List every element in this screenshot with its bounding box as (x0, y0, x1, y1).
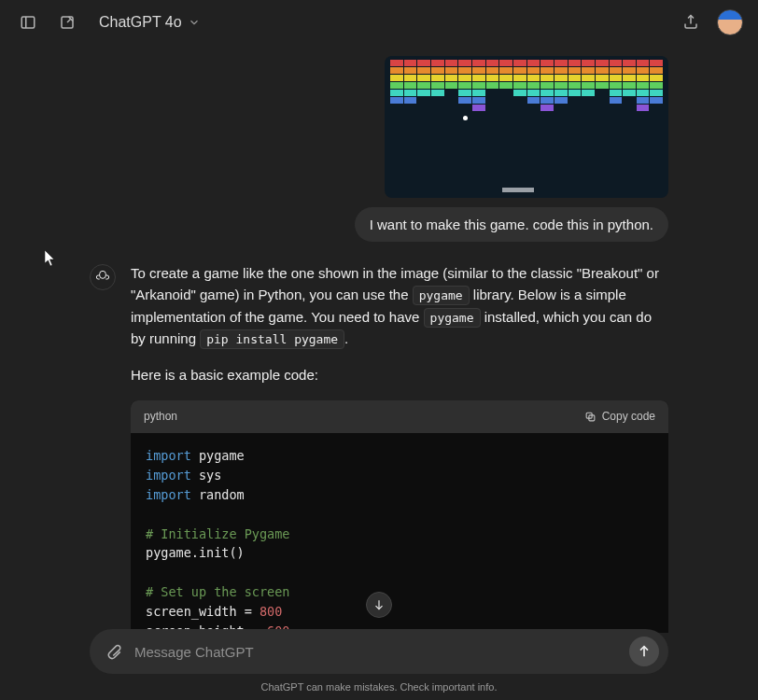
avatar[interactable] (717, 9, 743, 35)
copy-code-button[interactable]: Copy code (584, 408, 655, 426)
share-icon[interactable] (678, 9, 704, 35)
user-text: I want to make this game. code this in p… (370, 217, 653, 232)
arrow-down-icon (372, 598, 386, 611)
attach-icon[interactable] (103, 640, 125, 663)
send-button[interactable] (629, 637, 659, 666)
chevron-down-icon (188, 16, 201, 29)
assistant-message: To create a game like the one shown in t… (90, 262, 668, 633)
new-chat-icon[interactable] (54, 9, 80, 35)
model-name-label: ChatGPT 4o (99, 14, 182, 31)
scroll-to-bottom-button[interactable] (366, 592, 392, 618)
arrow-up-icon (637, 644, 652, 659)
assistant-para-2: Here is a basic example code: (131, 364, 668, 385)
message-input[interactable] (134, 644, 620, 660)
composer (90, 629, 668, 674)
inline-code: pygame (424, 308, 481, 328)
assistant-avatar-icon (90, 264, 116, 290)
model-selector[interactable]: ChatGPT 4o (93, 10, 206, 35)
game-paddle (502, 188, 534, 192)
code-block: python Copy code import pygame import sy… (131, 400, 668, 633)
inline-code: pip install pygame (200, 329, 344, 349)
user-message: I want to make this game. code this in p… (90, 56, 668, 242)
copy-icon (584, 411, 597, 423)
assistant-para-1: To create a game like the one shown in t… (131, 262, 668, 349)
code-body: import pygame import sys import random #… (131, 433, 668, 633)
inline-code: pygame (413, 286, 470, 305)
disclaimer-text: ChatGPT can make mistakes. Check importa… (90, 681, 668, 693)
svg-rect-0 (21, 17, 35, 28)
copy-code-label: Copy code (602, 408, 655, 426)
sidebar-toggle-icon[interactable] (15, 9, 41, 35)
user-attachment-image[interactable] (385, 56, 668, 198)
user-bubble: I want to make this game. code this in p… (355, 207, 668, 242)
code-lang-label: python (144, 408, 177, 426)
game-ball (463, 116, 468, 120)
